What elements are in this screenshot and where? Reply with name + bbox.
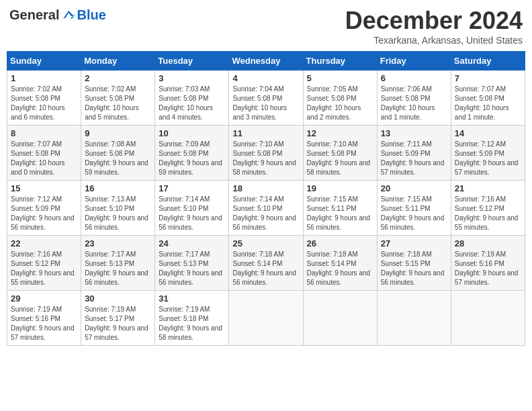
day-info: Sunrise: 7:19 AMSunset: 5:17 PMDaylight:… [85, 305, 151, 342]
day-number: 31 [159, 293, 225, 304]
logo-blue-text: Blue [77, 7, 105, 23]
day-info: Sunrise: 7:05 AMSunset: 5:08 PMDaylight:… [307, 85, 373, 122]
day-info: Sunrise: 7:12 AMSunset: 5:09 PMDaylight:… [455, 140, 521, 177]
day-info: Sunrise: 7:15 AMSunset: 5:11 PMDaylight:… [381, 195, 447, 232]
day-info: Sunrise: 7:07 AMSunset: 5:08 PMDaylight:… [11, 140, 77, 177]
calendar-cell: 2Sunrise: 7:02 AMSunset: 5:08 PMDaylight… [81, 71, 155, 126]
calendar-cell [377, 291, 451, 346]
calendar-cell: 6Sunrise: 7:06 AMSunset: 5:08 PMDaylight… [377, 71, 451, 126]
calendar-cell: 26Sunrise: 7:18 AMSunset: 5:14 PMDayligh… [303, 236, 377, 291]
calendar-cell: 31Sunrise: 7:19 AMSunset: 5:18 PMDayligh… [155, 291, 229, 346]
calendar-cell: 18Sunrise: 7:14 AMSunset: 5:10 PMDayligh… [229, 181, 303, 236]
day-number: 25 [232, 238, 299, 248]
calendar-cell: 15Sunrise: 7:12 AMSunset: 5:09 PMDayligh… [7, 181, 81, 236]
day-info: Sunrise: 7:09 AMSunset: 5:08 PMDaylight:… [159, 140, 225, 177]
day-info: Sunrise: 7:17 AMSunset: 5:13 PMDaylight:… [159, 250, 225, 287]
day-info: Sunrise: 7:19 AMSunset: 5:16 PMDaylight:… [455, 250, 521, 287]
day-number: 26 [307, 238, 373, 248]
calendar-cell: 17Sunrise: 7:14 AMSunset: 5:10 PMDayligh… [155, 181, 229, 236]
day-info: Sunrise: 7:16 AMSunset: 5:12 PMDaylight:… [455, 195, 521, 232]
day-of-week-header: Wednesday [229, 52, 303, 71]
calendar-week-row: 8Sunrise: 7:07 AMSunset: 5:08 PMDaylight… [7, 126, 525, 181]
calendar-cell: 29Sunrise: 7:19 AMSunset: 5:16 PMDayligh… [7, 291, 81, 346]
day-number: 18 [232, 183, 299, 193]
day-number: 12 [307, 128, 373, 138]
calendar-cell: 5Sunrise: 7:05 AMSunset: 5:08 PMDaylight… [303, 71, 377, 126]
day-number: 2 [85, 73, 151, 83]
calendar-cell: 23Sunrise: 7:17 AMSunset: 5:13 PMDayligh… [81, 236, 155, 291]
page-header: General Blue December 2024 Texarkana, Ar… [7, 7, 525, 46]
day-info: Sunrise: 7:06 AMSunset: 5:08 PMDaylight:… [381, 85, 447, 122]
day-number: 15 [11, 183, 77, 193]
day-number: 19 [307, 183, 373, 193]
calendar-cell: 8Sunrise: 7:07 AMSunset: 5:08 PMDaylight… [7, 126, 81, 181]
day-info: Sunrise: 7:14 AMSunset: 5:10 PMDaylight:… [159, 195, 225, 232]
day-number: 4 [232, 73, 299, 83]
calendar-cell: 7Sunrise: 7:07 AMSunset: 5:08 PMDaylight… [451, 71, 525, 126]
calendar-cell: 9Sunrise: 7:08 AMSunset: 5:08 PMDaylight… [81, 126, 155, 181]
day-info: Sunrise: 7:18 AMSunset: 5:14 PMDaylight:… [307, 250, 373, 287]
day-info: Sunrise: 7:02 AMSunset: 5:08 PMDaylight:… [11, 85, 77, 122]
location-text: Texarkana, Arkansas, United States [345, 35, 523, 46]
day-info: Sunrise: 7:07 AMSunset: 5:08 PMDaylight:… [455, 85, 521, 122]
day-of-week-header: Sunday [7, 52, 81, 71]
day-number: 14 [455, 128, 521, 138]
calendar-cell: 21Sunrise: 7:16 AMSunset: 5:12 PMDayligh… [451, 181, 525, 236]
calendar-cell: 20Sunrise: 7:15 AMSunset: 5:11 PMDayligh… [377, 181, 451, 236]
day-number: 30 [85, 293, 151, 304]
day-number: 21 [455, 183, 521, 193]
day-info: Sunrise: 7:12 AMSunset: 5:09 PMDaylight:… [11, 195, 77, 232]
calendar-cell: 10Sunrise: 7:09 AMSunset: 5:08 PMDayligh… [155, 126, 229, 181]
calendar-week-row: 15Sunrise: 7:12 AMSunset: 5:09 PMDayligh… [7, 181, 525, 236]
calendar-cell [229, 291, 303, 346]
calendar-cell: 16Sunrise: 7:13 AMSunset: 5:10 PMDayligh… [81, 181, 155, 236]
calendar-cell: 11Sunrise: 7:10 AMSunset: 5:08 PMDayligh… [229, 126, 303, 181]
day-info: Sunrise: 7:19 AMSunset: 5:16 PMDaylight:… [11, 305, 77, 342]
day-number: 8 [11, 128, 77, 138]
calendar-cell: 3Sunrise: 7:03 AMSunset: 5:08 PMDaylight… [155, 71, 229, 126]
title-area: December 2024 Texarkana, Arkansas, Unite… [345, 7, 523, 46]
calendar-cell [451, 291, 525, 346]
logo-general-text: General [9, 7, 59, 23]
day-of-week-header: Friday [377, 52, 451, 71]
day-info: Sunrise: 7:02 AMSunset: 5:08 PMDaylight:… [85, 85, 151, 122]
day-info: Sunrise: 7:10 AMSunset: 5:08 PMDaylight:… [232, 140, 299, 177]
day-number: 20 [381, 183, 447, 193]
day-number: 6 [381, 73, 447, 83]
calendar-cell: 19Sunrise: 7:15 AMSunset: 5:11 PMDayligh… [303, 181, 377, 236]
day-info: Sunrise: 7:03 AMSunset: 5:08 PMDaylight:… [159, 85, 225, 122]
day-of-week-header: Tuesday [155, 52, 229, 71]
calendar-cell: 12Sunrise: 7:10 AMSunset: 5:08 PMDayligh… [303, 126, 377, 181]
day-info: Sunrise: 7:13 AMSunset: 5:10 PMDaylight:… [85, 195, 151, 232]
month-title: December 2024 [345, 7, 523, 35]
day-number: 27 [381, 238, 447, 248]
day-number: 10 [159, 128, 225, 138]
day-info: Sunrise: 7:16 AMSunset: 5:12 PMDaylight:… [11, 250, 77, 287]
day-number: 1 [11, 73, 77, 83]
day-number: 5 [307, 73, 373, 83]
calendar-cell: 22Sunrise: 7:16 AMSunset: 5:12 PMDayligh… [7, 236, 81, 291]
day-number: 28 [455, 238, 521, 248]
day-of-week-header: Saturday [451, 52, 525, 71]
day-info: Sunrise: 7:18 AMSunset: 5:15 PMDaylight:… [381, 250, 447, 287]
day-number: 3 [159, 73, 225, 83]
day-number: 22 [11, 238, 77, 248]
day-info: Sunrise: 7:14 AMSunset: 5:10 PMDaylight:… [232, 195, 299, 232]
day-info: Sunrise: 7:17 AMSunset: 5:13 PMDaylight:… [85, 250, 151, 287]
calendar-cell: 25Sunrise: 7:18 AMSunset: 5:14 PMDayligh… [229, 236, 303, 291]
calendar-cell [303, 291, 377, 346]
calendar-cell: 4Sunrise: 7:04 AMSunset: 5:08 PMDaylight… [229, 71, 303, 126]
calendar-week-row: 29Sunrise: 7:19 AMSunset: 5:16 PMDayligh… [7, 291, 525, 346]
day-number: 16 [85, 183, 151, 193]
day-info: Sunrise: 7:04 AMSunset: 5:08 PMDaylight:… [232, 85, 299, 122]
day-of-week-header: Monday [81, 52, 155, 71]
calendar-cell: 24Sunrise: 7:17 AMSunset: 5:13 PMDayligh… [155, 236, 229, 291]
day-info: Sunrise: 7:08 AMSunset: 5:08 PMDaylight:… [85, 140, 151, 177]
day-number: 24 [159, 238, 225, 248]
day-number: 7 [455, 73, 521, 83]
calendar-cell: 1Sunrise: 7:02 AMSunset: 5:08 PMDaylight… [7, 71, 81, 126]
day-info: Sunrise: 7:10 AMSunset: 5:08 PMDaylight:… [307, 140, 373, 177]
day-of-week-header: Thursday [303, 52, 377, 71]
day-number: 29 [11, 293, 77, 304]
calendar-cell: 13Sunrise: 7:11 AMSunset: 5:09 PMDayligh… [377, 126, 451, 181]
